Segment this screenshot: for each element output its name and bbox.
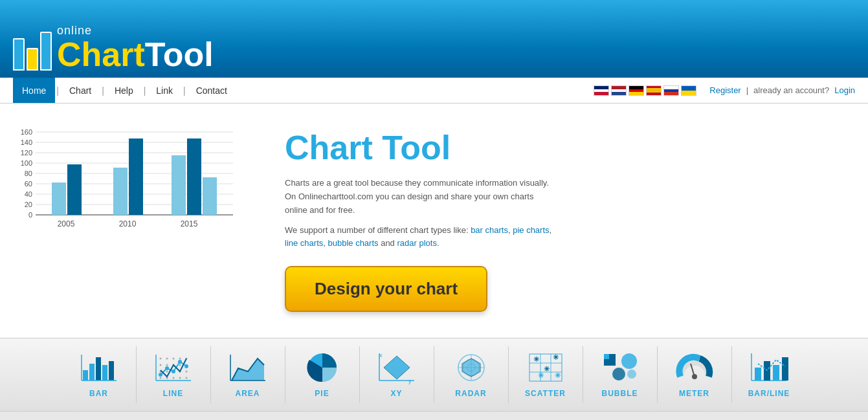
chart-type-pie[interactable]: PIE <box>285 346 360 403</box>
chart-type-area[interactable]: AREA <box>211 346 285 403</box>
page-title: Chart Tool <box>285 129 855 166</box>
link-bar-charts[interactable]: bar charts <box>471 225 508 235</box>
svg-text:✳: ✳ <box>553 353 559 361</box>
header: online ChartTool <box>0 0 868 78</box>
svg-text:20: 20 <box>25 201 32 208</box>
chart-type-barline[interactable]: BAR/LINE <box>732 346 807 403</box>
register-link[interactable]: Register <box>709 85 740 95</box>
nav-pipe: | <box>746 85 748 95</box>
flag-ru[interactable] <box>663 85 679 96</box>
link-line-charts[interactable]: line charts <box>285 238 323 248</box>
svg-text:0: 0 <box>28 211 32 219</box>
svg-text:120: 120 <box>21 149 32 157</box>
flag-gb[interactable] <box>594 85 609 96</box>
flag-ua[interactable] <box>681 85 696 96</box>
svg-text:2015: 2015 <box>181 219 198 228</box>
chart-type-bar[interactable]: BAR <box>62 346 137 403</box>
bar-2015-extra <box>203 177 217 215</box>
svg-point-41 <box>172 377 174 379</box>
line-icon <box>154 351 193 384</box>
flag-es[interactable] <box>646 85 662 96</box>
svg-marker-55 <box>232 359 264 381</box>
svg-text:y: y <box>408 378 412 384</box>
svg-point-34 <box>166 358 168 360</box>
svg-marker-63 <box>384 356 410 379</box>
chart-type-bubble[interactable]: BUBBLE <box>583 346 658 403</box>
svg-rect-22 <box>89 364 95 381</box>
svg-text:100: 100 <box>21 159 32 167</box>
logo[interactable]: online ChartTool <box>13 25 214 71</box>
svg-point-36 <box>166 371 168 373</box>
chart-area: 160 140 120 100 80 60 40 20 0 <box>13 116 259 300</box>
svg-point-33 <box>159 377 161 379</box>
svg-rect-23 <box>96 357 101 381</box>
logo-charttool: ChartTool <box>57 38 214 71</box>
chart-type-line[interactable]: LINE <box>137 346 211 403</box>
svg-rect-21 <box>83 370 88 381</box>
svg-point-43 <box>179 364 181 366</box>
svg-text:✳: ✳ <box>533 355 540 363</box>
pie-icon <box>303 351 342 384</box>
svg-point-84 <box>621 353 637 369</box>
line-label: LINE <box>163 389 183 398</box>
link-pie-charts[interactable]: pie charts <box>513 225 549 235</box>
barline-label: BAR/LINE <box>748 389 790 398</box>
chart-type-xy[interactable]: x y XY <box>360 346 434 403</box>
bar-2005-dark <box>67 164 82 215</box>
svg-text:x: x <box>379 352 383 359</box>
nav-link[interactable]: Link <box>147 78 182 103</box>
nav-sep-4: | <box>182 85 187 96</box>
description-1: Charts are a great tool because they com… <box>285 177 557 217</box>
chart-type-meter[interactable]: METER <box>658 346 732 403</box>
bubble-icon <box>601 351 640 384</box>
svg-rect-24 <box>102 365 107 381</box>
svg-point-50 <box>159 373 162 377</box>
svg-text:160: 160 <box>21 128 32 136</box>
bar-label: BAR <box>89 389 108 398</box>
bar-2010-light <box>113 168 128 215</box>
svg-text:80: 80 <box>25 170 32 177</box>
main-content: 160 140 120 100 80 60 40 20 0 <box>0 104 868 338</box>
flag-de[interactable] <box>629 85 644 96</box>
svg-rect-94 <box>782 357 788 381</box>
nav-contact[interactable]: Contact <box>187 78 236 103</box>
link-bubble-charts[interactable]: bubble charts <box>328 238 378 248</box>
svg-text:✳: ✳ <box>555 371 561 379</box>
logo-icon <box>13 25 52 71</box>
flag-nl[interactable] <box>611 85 627 96</box>
logo-bar-1 <box>13 38 25 71</box>
design-chart-button[interactable]: Design your chart <box>285 266 487 312</box>
chart-type-radar[interactable]: RADAR <box>434 346 509 403</box>
svg-point-49 <box>185 377 187 379</box>
bar-2010-dark <box>129 138 143 215</box>
chart-type-scatter[interactable]: ✳ ✳ ✳ ✳ ✳ SCATTER <box>509 346 583 403</box>
link-radar-plots[interactable]: radar plots <box>397 238 436 248</box>
svg-text:2010: 2010 <box>119 219 137 228</box>
nav-chart[interactable]: Chart <box>60 78 100 103</box>
logo-online: online <box>57 25 214 36</box>
radar-icon <box>452 351 491 384</box>
svg-point-85 <box>612 368 625 381</box>
description-2: We support a number of different chart t… <box>285 224 557 251</box>
nav-home[interactable]: Home <box>13 78 55 103</box>
login-link[interactable]: Login <box>834 85 855 95</box>
bubble-label: BUBBLE <box>602 389 638 398</box>
nav-help[interactable]: Help <box>106 78 142 103</box>
svg-point-54 <box>184 364 188 368</box>
bar-2005-light <box>52 182 66 215</box>
logo-tool: Tool <box>145 36 214 73</box>
svg-rect-93 <box>773 365 779 381</box>
pie-label: PIE <box>315 389 329 398</box>
svg-text:140: 140 <box>21 138 32 146</box>
svg-point-86 <box>627 370 636 379</box>
meter-label: METER <box>679 389 709 398</box>
logo-chart: Chart <box>57 36 145 73</box>
nav-left: Home | Chart | Help | Link | Contact <box>13 78 236 103</box>
chart-strip: BAR <box>0 338 868 412</box>
xy-icon: x y <box>377 351 416 384</box>
svg-text:✳: ✳ <box>538 371 544 379</box>
svg-text:60: 60 <box>25 180 32 188</box>
xy-label: XY <box>390 389 402 398</box>
bar-icon <box>80 351 118 384</box>
flags <box>594 85 696 96</box>
